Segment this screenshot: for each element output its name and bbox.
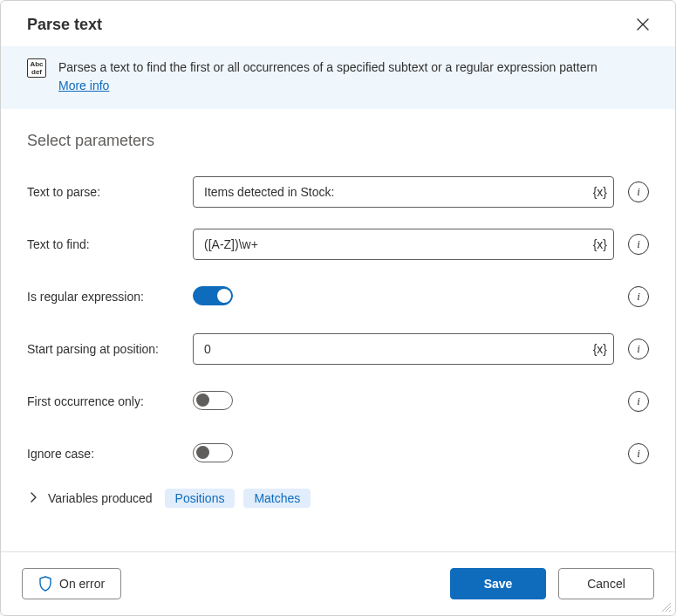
- param-text-to-parse: Text to parse: {x} i: [27, 166, 649, 218]
- variables-label: Variables produced: [48, 491, 153, 505]
- field-wrap: {x}: [193, 229, 614, 260]
- info-icon[interactable]: i: [628, 234, 649, 255]
- variable-pill-matches[interactable]: Matches: [243, 489, 311, 508]
- cancel-button[interactable]: Cancel: [558, 568, 654, 599]
- field-wrap: {x}: [193, 176, 614, 208]
- abc-def-icon: Abc def: [27, 58, 46, 78]
- param-is-regex: Is regular expression: i: [27, 270, 649, 323]
- variables-produced-row: Variables produced Positions Matches: [27, 489, 649, 508]
- param-label: First occurrence only:: [27, 394, 184, 408]
- more-info-link[interactable]: More info: [58, 79, 109, 92]
- description-text: Parses a text to find the first or all o…: [58, 58, 597, 95]
- first-only-toggle[interactable]: [193, 391, 233, 410]
- start-position-input[interactable]: [193, 333, 614, 365]
- close-button[interactable]: [630, 11, 656, 38]
- text-to-parse-input[interactable]: [193, 176, 614, 208]
- on-error-label: On error: [59, 577, 105, 591]
- param-text-to-find: Text to find: {x} i: [27, 218, 649, 270]
- field-wrap: {x}: [193, 333, 614, 365]
- chevron-right-icon[interactable]: [27, 491, 39, 505]
- param-label: Is regular expression:: [27, 290, 184, 304]
- info-icon[interactable]: i: [628, 181, 649, 202]
- save-button[interactable]: Save: [450, 568, 546, 599]
- param-label: Start parsing at position:: [27, 342, 184, 356]
- parse-text-dialog: Parse text Abc def Parses a text to find…: [0, 0, 676, 616]
- info-icon[interactable]: i: [628, 339, 649, 359]
- dialog-footer: On error Save Cancel: [1, 551, 675, 615]
- info-icon[interactable]: i: [628, 286, 649, 307]
- info-icon[interactable]: i: [628, 391, 649, 412]
- text-to-find-input[interactable]: [193, 229, 614, 260]
- dialog-title: Parse text: [27, 16, 102, 34]
- param-label: Text to parse:: [27, 185, 184, 199]
- param-start-position: Start parsing at position: {x} i: [27, 323, 649, 375]
- section-heading: Select parameters: [27, 132, 649, 150]
- param-ignore-case: Ignore case: i: [27, 428, 649, 480]
- variable-pill-positions[interactable]: Positions: [165, 489, 236, 508]
- dialog-body: Select parameters Text to parse: {x} i T…: [1, 109, 675, 551]
- param-first-only: First occurrence only: i: [27, 375, 649, 428]
- is-regex-toggle[interactable]: [193, 286, 233, 305]
- description-banner: Abc def Parses a text to find the first …: [1, 46, 675, 109]
- ignore-case-toggle[interactable]: [193, 443, 233, 462]
- on-error-button[interactable]: On error: [22, 568, 121, 599]
- shield-icon: [38, 576, 52, 592]
- info-icon[interactable]: i: [628, 443, 649, 464]
- param-label: Text to find:: [27, 237, 184, 251]
- close-icon: [637, 18, 649, 31]
- dialog-header: Parse text: [1, 1, 675, 46]
- param-label: Ignore case:: [27, 447, 184, 461]
